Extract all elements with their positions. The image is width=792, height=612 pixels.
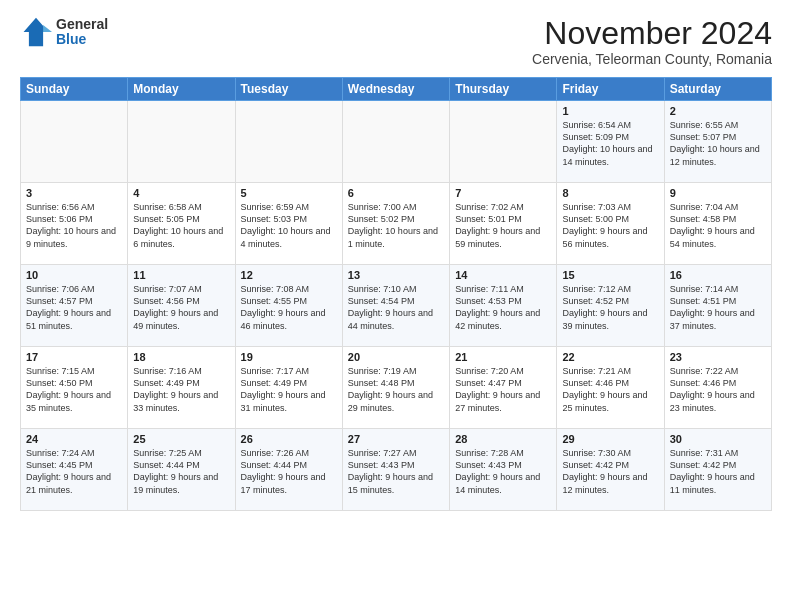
day-number: 14 bbox=[455, 269, 551, 281]
calendar-cell: 24Sunrise: 7:24 AM Sunset: 4:45 PM Dayli… bbox=[21, 429, 128, 511]
logo: General Blue bbox=[20, 16, 108, 48]
day-number: 28 bbox=[455, 433, 551, 445]
calendar-header-wednesday: Wednesday bbox=[342, 78, 449, 101]
day-number: 8 bbox=[562, 187, 658, 199]
day-info: Sunrise: 7:19 AM Sunset: 4:48 PM Dayligh… bbox=[348, 365, 444, 414]
day-info: Sunrise: 7:21 AM Sunset: 4:46 PM Dayligh… bbox=[562, 365, 658, 414]
calendar-cell: 17Sunrise: 7:15 AM Sunset: 4:50 PM Dayli… bbox=[21, 347, 128, 429]
calendar-cell: 27Sunrise: 7:27 AM Sunset: 4:43 PM Dayli… bbox=[342, 429, 449, 511]
page: General Blue November 2024 Cervenia, Tel… bbox=[0, 0, 792, 612]
calendar-header-sunday: Sunday bbox=[21, 78, 128, 101]
calendar-header-thursday: Thursday bbox=[450, 78, 557, 101]
day-info: Sunrise: 7:16 AM Sunset: 4:49 PM Dayligh… bbox=[133, 365, 229, 414]
logo-icon bbox=[20, 16, 52, 48]
day-info: Sunrise: 7:28 AM Sunset: 4:43 PM Dayligh… bbox=[455, 447, 551, 496]
day-info: Sunrise: 7:11 AM Sunset: 4:53 PM Dayligh… bbox=[455, 283, 551, 332]
day-info: Sunrise: 7:04 AM Sunset: 4:58 PM Dayligh… bbox=[670, 201, 766, 250]
day-number: 11 bbox=[133, 269, 229, 281]
calendar-header-tuesday: Tuesday bbox=[235, 78, 342, 101]
calendar-cell: 29Sunrise: 7:30 AM Sunset: 4:42 PM Dayli… bbox=[557, 429, 664, 511]
calendar-cell: 5Sunrise: 6:59 AM Sunset: 5:03 PM Daylig… bbox=[235, 183, 342, 265]
calendar-header-saturday: Saturday bbox=[664, 78, 771, 101]
svg-marker-1 bbox=[43, 25, 52, 32]
day-number: 25 bbox=[133, 433, 229, 445]
day-info: Sunrise: 7:10 AM Sunset: 4:54 PM Dayligh… bbox=[348, 283, 444, 332]
calendar-cell: 16Sunrise: 7:14 AM Sunset: 4:51 PM Dayli… bbox=[664, 265, 771, 347]
day-number: 27 bbox=[348, 433, 444, 445]
calendar-header-row: SundayMondayTuesdayWednesdayThursdayFrid… bbox=[21, 78, 772, 101]
day-number: 7 bbox=[455, 187, 551, 199]
day-number: 9 bbox=[670, 187, 766, 199]
day-number: 13 bbox=[348, 269, 444, 281]
logo-text: General Blue bbox=[56, 17, 108, 48]
calendar-header-monday: Monday bbox=[128, 78, 235, 101]
day-number: 21 bbox=[455, 351, 551, 363]
calendar-week-row: 17Sunrise: 7:15 AM Sunset: 4:50 PM Dayli… bbox=[21, 347, 772, 429]
day-number: 18 bbox=[133, 351, 229, 363]
calendar-cell: 2Sunrise: 6:55 AM Sunset: 5:07 PM Daylig… bbox=[664, 101, 771, 183]
day-info: Sunrise: 7:30 AM Sunset: 4:42 PM Dayligh… bbox=[562, 447, 658, 496]
day-info: Sunrise: 7:14 AM Sunset: 4:51 PM Dayligh… bbox=[670, 283, 766, 332]
calendar-cell: 25Sunrise: 7:25 AM Sunset: 4:44 PM Dayli… bbox=[128, 429, 235, 511]
day-info: Sunrise: 7:02 AM Sunset: 5:01 PM Dayligh… bbox=[455, 201, 551, 250]
day-info: Sunrise: 7:00 AM Sunset: 5:02 PM Dayligh… bbox=[348, 201, 444, 250]
day-info: Sunrise: 7:27 AM Sunset: 4:43 PM Dayligh… bbox=[348, 447, 444, 496]
calendar-cell: 7Sunrise: 7:02 AM Sunset: 5:01 PM Daylig… bbox=[450, 183, 557, 265]
day-number: 23 bbox=[670, 351, 766, 363]
calendar-cell: 26Sunrise: 7:26 AM Sunset: 4:44 PM Dayli… bbox=[235, 429, 342, 511]
day-number: 10 bbox=[26, 269, 122, 281]
logo-general-text: General bbox=[56, 17, 108, 32]
calendar-cell: 13Sunrise: 7:10 AM Sunset: 4:54 PM Dayli… bbox=[342, 265, 449, 347]
day-number: 6 bbox=[348, 187, 444, 199]
day-number: 30 bbox=[670, 433, 766, 445]
calendar-cell: 15Sunrise: 7:12 AM Sunset: 4:52 PM Dayli… bbox=[557, 265, 664, 347]
calendar-cell: 14Sunrise: 7:11 AM Sunset: 4:53 PM Dayli… bbox=[450, 265, 557, 347]
day-info: Sunrise: 7:03 AM Sunset: 5:00 PM Dayligh… bbox=[562, 201, 658, 250]
calendar-cell: 28Sunrise: 7:28 AM Sunset: 4:43 PM Dayli… bbox=[450, 429, 557, 511]
calendar-cell: 11Sunrise: 7:07 AM Sunset: 4:56 PM Dayli… bbox=[128, 265, 235, 347]
day-info: Sunrise: 7:31 AM Sunset: 4:42 PM Dayligh… bbox=[670, 447, 766, 496]
day-info: Sunrise: 7:17 AM Sunset: 4:49 PM Dayligh… bbox=[241, 365, 337, 414]
day-number: 1 bbox=[562, 105, 658, 117]
day-info: Sunrise: 7:24 AM Sunset: 4:45 PM Dayligh… bbox=[26, 447, 122, 496]
calendar-cell: 3Sunrise: 6:56 AM Sunset: 5:06 PM Daylig… bbox=[21, 183, 128, 265]
day-number: 2 bbox=[670, 105, 766, 117]
calendar-week-row: 3Sunrise: 6:56 AM Sunset: 5:06 PM Daylig… bbox=[21, 183, 772, 265]
day-info: Sunrise: 7:07 AM Sunset: 4:56 PM Dayligh… bbox=[133, 283, 229, 332]
calendar-cell: 6Sunrise: 7:00 AM Sunset: 5:02 PM Daylig… bbox=[342, 183, 449, 265]
logo-blue-text: Blue bbox=[56, 32, 108, 47]
day-number: 26 bbox=[241, 433, 337, 445]
calendar-cell: 9Sunrise: 7:04 AM Sunset: 4:58 PM Daylig… bbox=[664, 183, 771, 265]
day-info: Sunrise: 7:15 AM Sunset: 4:50 PM Dayligh… bbox=[26, 365, 122, 414]
day-info: Sunrise: 7:06 AM Sunset: 4:57 PM Dayligh… bbox=[26, 283, 122, 332]
day-number: 16 bbox=[670, 269, 766, 281]
day-info: Sunrise: 6:54 AM Sunset: 5:09 PM Dayligh… bbox=[562, 119, 658, 168]
day-number: 24 bbox=[26, 433, 122, 445]
day-info: Sunrise: 6:56 AM Sunset: 5:06 PM Dayligh… bbox=[26, 201, 122, 250]
day-info: Sunrise: 7:08 AM Sunset: 4:55 PM Dayligh… bbox=[241, 283, 337, 332]
day-number: 4 bbox=[133, 187, 229, 199]
day-number: 3 bbox=[26, 187, 122, 199]
calendar-cell: 30Sunrise: 7:31 AM Sunset: 4:42 PM Dayli… bbox=[664, 429, 771, 511]
day-info: Sunrise: 7:26 AM Sunset: 4:44 PM Dayligh… bbox=[241, 447, 337, 496]
day-number: 17 bbox=[26, 351, 122, 363]
day-number: 29 bbox=[562, 433, 658, 445]
calendar-cell: 21Sunrise: 7:20 AM Sunset: 4:47 PM Dayli… bbox=[450, 347, 557, 429]
calendar-cell bbox=[450, 101, 557, 183]
day-number: 20 bbox=[348, 351, 444, 363]
calendar-week-row: 10Sunrise: 7:06 AM Sunset: 4:57 PM Dayli… bbox=[21, 265, 772, 347]
day-number: 15 bbox=[562, 269, 658, 281]
calendar-cell: 19Sunrise: 7:17 AM Sunset: 4:49 PM Dayli… bbox=[235, 347, 342, 429]
month-title: November 2024 bbox=[532, 16, 772, 51]
calendar-cell: 1Sunrise: 6:54 AM Sunset: 5:09 PM Daylig… bbox=[557, 101, 664, 183]
calendar-cell: 4Sunrise: 6:58 AM Sunset: 5:05 PM Daylig… bbox=[128, 183, 235, 265]
calendar-cell: 18Sunrise: 7:16 AM Sunset: 4:49 PM Dayli… bbox=[128, 347, 235, 429]
calendar-week-row: 1Sunrise: 6:54 AM Sunset: 5:09 PM Daylig… bbox=[21, 101, 772, 183]
day-info: Sunrise: 7:20 AM Sunset: 4:47 PM Dayligh… bbox=[455, 365, 551, 414]
calendar-cell: 10Sunrise: 7:06 AM Sunset: 4:57 PM Dayli… bbox=[21, 265, 128, 347]
day-info: Sunrise: 7:25 AM Sunset: 4:44 PM Dayligh… bbox=[133, 447, 229, 496]
calendar-table: SundayMondayTuesdayWednesdayThursdayFrid… bbox=[20, 77, 772, 511]
day-info: Sunrise: 6:59 AM Sunset: 5:03 PM Dayligh… bbox=[241, 201, 337, 250]
calendar-header-friday: Friday bbox=[557, 78, 664, 101]
calendar-cell: 12Sunrise: 7:08 AM Sunset: 4:55 PM Dayli… bbox=[235, 265, 342, 347]
